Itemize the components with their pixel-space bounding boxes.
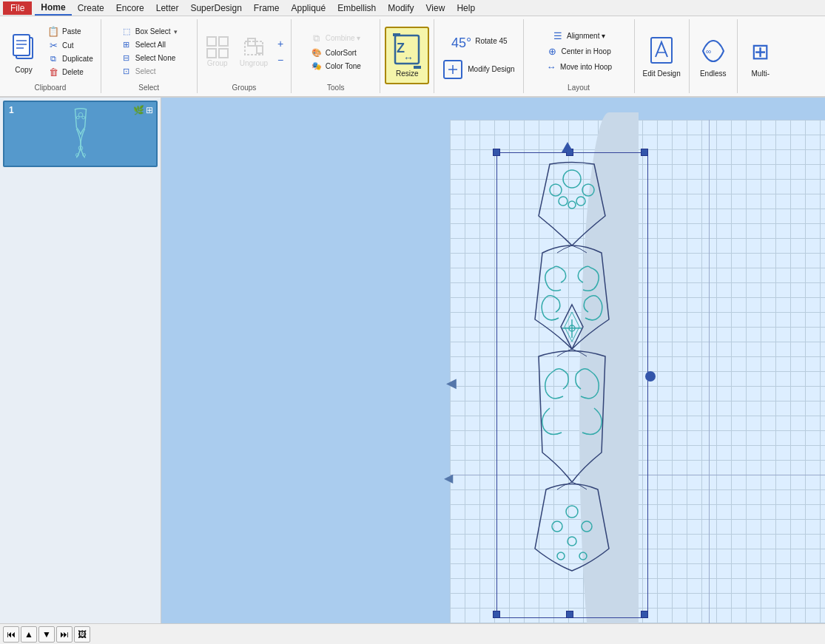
cut-button[interactable]: ✂ Cut <box>44 38 96 52</box>
rotate-modify-buttons: 45° Rotate 45 Modify Design <box>439 21 518 90</box>
nav-down-button[interactable]: ▼ <box>38 626 55 643</box>
resize-button[interactable]: Z ↔ Resize <box>385 27 429 84</box>
colortone-button[interactable]: 🎭 Color Tone <box>308 60 364 72</box>
box-select-button[interactable]: ⬚ Box Select ▾ <box>118 25 181 38</box>
delete-button[interactable]: 🗑 Delete <box>44 65 96 79</box>
menu-frame[interactable]: Frame <box>248 1 286 15</box>
alignment-icon: ☰ <box>552 30 564 41</box>
frame-view-button[interactable]: 🖼 <box>74 626 90 643</box>
select-none-icon: ⊟ <box>121 53 132 63</box>
endless-wrap: ∞ Endless <box>695 21 732 90</box>
menu-home[interactable]: Home <box>35 1 71 16</box>
copy-icon <box>9 29 38 66</box>
svg-point-43 <box>557 552 565 560</box>
ribbon-group-select: ⬚ Box Select ▾ ⊞ Select All ⊟ Select Non… <box>101 19 198 93</box>
menu-help[interactable]: Help <box>451 1 481 15</box>
copy-label: Copy <box>15 66 32 75</box>
sel-handle-bot-right[interactable] <box>641 611 648 618</box>
menu-embellish[interactable]: Embellish <box>331 1 382 15</box>
ribbon: Copy 📋 Paste ✂ Cut ⧉ Duplicate 🗑 D <box>0 16 825 98</box>
select-none-button[interactable]: ⊟ Select None <box>118 52 181 64</box>
menu-create[interactable]: Create <box>72 1 110 15</box>
colorsort-button[interactable]: 🎨 ColorSort <box>308 47 364 59</box>
group-remove-button[interactable]: − <box>275 52 286 67</box>
select-buttons: ⬚ Box Select ▾ ⊞ Select All ⊟ Select Non… <box>118 21 181 82</box>
multi-wrap: ⊞ Multi- <box>742 21 779 90</box>
sel-handle-mid-left[interactable]: ◀ <box>446 375 457 391</box>
svg-rect-16 <box>414 66 421 69</box>
nav-up-button[interactable]: ▲ <box>21 626 37 643</box>
svg-rect-8 <box>219 49 228 58</box>
ribbon-group-groups: Group Ungroup + − <box>198 19 292 93</box>
ribbon-group-endless: ∞ Endless <box>690 19 738 93</box>
select-button[interactable]: ⊡ Select <box>118 65 181 78</box>
canvas-area[interactable]: ◀ <box>161 98 825 623</box>
svg-text:∞: ∞ <box>706 47 711 55</box>
ribbon-group-clipboard: Copy 📋 Paste ✂ Cut ⧉ Duplicate 🗑 D <box>0 19 101 93</box>
paste-button[interactable]: 📋 Paste <box>44 24 96 38</box>
endless-button[interactable]: ∞ Endless <box>695 30 732 81</box>
svg-text:↔: ↔ <box>403 52 414 64</box>
ribbon-group-rotate-modify: 45° Rotate 45 Modify Design <box>434 19 523 93</box>
sel-handle-top-right[interactable] <box>641 149 648 156</box>
nav-last-button[interactable]: ⏭ <box>56 626 73 643</box>
sel-handle-bot-center[interactable] <box>566 611 573 618</box>
delete-icon: 🗑 <box>47 67 59 78</box>
multi-button[interactable]: ⊞ Multi- <box>742 30 779 81</box>
groups-group-label: Groups <box>232 82 257 92</box>
ungroup-icon <box>242 35 266 59</box>
menu-letter[interactable]: Letter <box>150 1 185 15</box>
duplicate-button[interactable]: ⧉ Duplicate <box>44 52 96 65</box>
sel-handle-mid-right[interactable] <box>645 371 656 382</box>
svg-point-25 <box>76 116 79 119</box>
group-label: Group <box>207 59 228 68</box>
ungroup-button[interactable]: Ungroup <box>236 33 272 70</box>
menu-file[interactable]: File <box>3 1 32 15</box>
thumbnail-design-svg <box>66 106 95 162</box>
group-button[interactable]: Group <box>202 33 233 70</box>
menu-modify[interactable]: Modify <box>382 1 420 15</box>
thumbnail-leaf-icon: 🌿 <box>133 105 144 115</box>
alignment-label: Alignment ▾ <box>567 32 605 40</box>
move-hoop-button[interactable]: ↔ Move into Hoop <box>542 60 615 74</box>
layout-buttons: ☰ Alignment ▾ ⊕ Center in Hoop ↔ Move in… <box>542 21 615 82</box>
svg-point-41 <box>582 521 592 532</box>
tools-group-label: Tools <box>327 82 344 92</box>
sel-handle-top-left[interactable] <box>493 149 500 156</box>
tools-stack: ⧉ Combine ▾ 🎨 ColorSort 🎭 Color Tone <box>308 31 364 72</box>
duplicate-label: Duplicate <box>62 55 93 63</box>
combine-icon: ⧉ <box>311 33 323 44</box>
edit-design-icon <box>647 33 676 70</box>
select-group-label: Select <box>138 82 159 92</box>
rotate45-button[interactable]: 45° Rotate 45 <box>446 29 511 54</box>
ribbon-group-multi: ⊞ Multi- <box>738 19 784 93</box>
center-hoop-button[interactable]: ⊕ Center in Hoop <box>543 44 613 58</box>
svg-point-26 <box>81 116 84 119</box>
group-add-button[interactable]: + <box>275 36 286 51</box>
menu-applique[interactable]: Appliqué <box>285 1 331 15</box>
ungroup-label: Ungroup <box>240 59 268 68</box>
thumbnail-number: 1 <box>9 105 14 115</box>
menu-superdesign[interactable]: SuperDesign <box>184 1 247 15</box>
sel-handle-top-triangle[interactable] <box>562 142 573 152</box>
combine-button[interactable]: ⧉ Combine ▾ <box>308 31 364 46</box>
nav-first-button[interactable]: ⏮ <box>3 626 19 643</box>
menu-view[interactable]: View <box>420 1 451 15</box>
select-all-button[interactable]: ⊞ Select All <box>118 38 181 51</box>
colorsort-icon: 🎨 <box>311 48 323 58</box>
svg-rect-15 <box>393 33 400 36</box>
modify-design-button[interactable]: Modify Design <box>439 57 518 82</box>
alignment-button[interactable]: ☰ Alignment ▾ <box>549 29 608 43</box>
move-hoop-icon: ↔ <box>545 61 557 72</box>
sel-handle-bot-left[interactable] <box>493 611 500 618</box>
box-select-dropdown[interactable]: ▾ <box>174 28 178 35</box>
duplicate-icon: ⧉ <box>47 54 59 64</box>
scroll-left-arrow[interactable]: ◀ <box>444 471 453 485</box>
groups-buttons: Group Ungroup + − <box>202 21 287 82</box>
edit-design-button[interactable]: Edit Design <box>639 30 684 81</box>
copy-button[interactable]: Copy <box>4 26 43 78</box>
menu-encore[interactable]: Encore <box>110 1 150 15</box>
thumbnail-1[interactable]: 1 🌿 ⊞ <box>3 101 158 167</box>
select-stack: ⬚ Box Select ▾ ⊞ Select All ⊟ Select Non… <box>118 24 181 79</box>
svg-point-34 <box>576 197 585 206</box>
